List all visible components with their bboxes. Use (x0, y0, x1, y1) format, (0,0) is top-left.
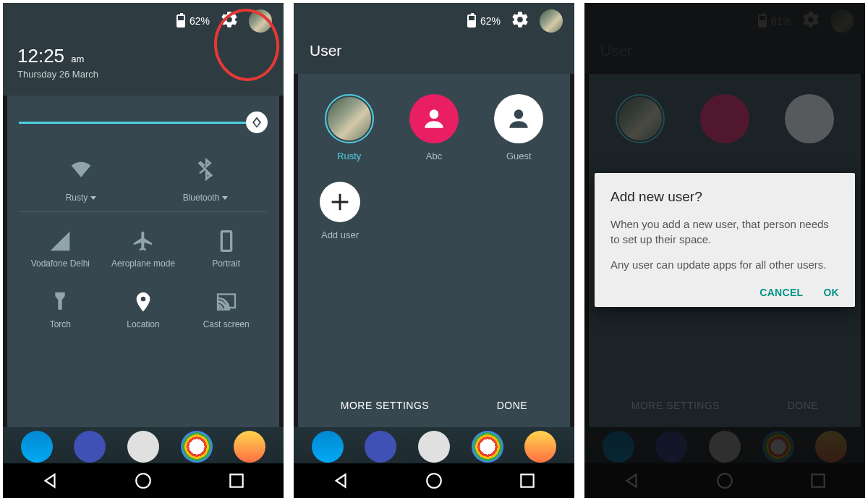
portrait-icon (215, 230, 238, 253)
auto-brightness-icon[interactable] (246, 111, 268, 133)
cast-icon (215, 290, 238, 313)
cancel-button[interactable]: CANCEL (760, 287, 803, 298)
user-photo-avatar (328, 97, 371, 140)
battery-percent: 62% (480, 15, 501, 27)
torch-tile[interactable]: Torch (19, 283, 102, 340)
tile-label: Portrait (212, 258, 240, 269)
user-panel-title: User (294, 39, 574, 74)
brightness-slider[interactable] (19, 111, 268, 133)
cast-tile[interactable]: Cast screen (184, 283, 268, 340)
phone-user-list: 62% User Rusty Abc (294, 3, 574, 498)
battery-icon (176, 14, 185, 28)
quick-settings-card: Rusty Bluetooth Vodafone Delhi Aeroplane… (7, 96, 279, 427)
dialog-body-line: Any user can update apps for all other u… (610, 257, 839, 272)
time-ampm: am (71, 54, 84, 64)
recent-apps-button[interactable] (227, 471, 246, 490)
dock-app-icon[interactable] (418, 431, 450, 463)
settings-gear-icon[interactable] (511, 10, 529, 32)
battery-percent: 62% (190, 15, 210, 27)
tile-label: Cast screen (203, 319, 250, 329)
phone-add-user-dialog: 61% User MORE SETTINGS DONE (584, 3, 865, 498)
user-avatar[interactable] (540, 9, 563, 33)
torch-icon (48, 290, 72, 313)
user-label: Guest (506, 151, 532, 161)
dock-app-icon[interactable] (74, 431, 106, 463)
user-label: Rusty (337, 151, 361, 161)
chevron-down-icon (90, 196, 96, 200)
navigation-bar (3, 463, 284, 498)
chevron-down-icon (222, 196, 228, 200)
dock-app-icon[interactable] (181, 431, 213, 463)
back-button[interactable] (331, 471, 350, 490)
settings-gear-icon[interactable] (220, 10, 239, 32)
dock-app-icon[interactable] (234, 431, 265, 463)
tile-label: Location (127, 319, 159, 329)
home-button[interactable] (134, 471, 153, 490)
tile-label: Aeroplane mode (111, 258, 175, 269)
phone-quick-settings: 62% 12:25 am Thursday 26 March Rust (3, 3, 284, 498)
signal-icon (48, 230, 72, 253)
airplane-icon (132, 230, 155, 253)
svg-rect-6 (522, 474, 534, 487)
svg-rect-0 (221, 232, 231, 251)
user-avatar[interactable] (249, 9, 272, 33)
more-settings-button[interactable]: MORE SETTINGS (341, 400, 429, 411)
airplane-tile[interactable]: Aeroplane mode (102, 222, 185, 279)
svg-point-5 (427, 473, 441, 488)
wifi-icon (69, 158, 93, 181)
dock-app-icon[interactable] (312, 431, 344, 463)
modal-overlay: Add new user? When you add a new user, t… (584, 3, 865, 498)
clock-area: 12:25 am Thursday 26 March (3, 39, 284, 96)
user-label: Abc (426, 151, 442, 161)
back-button[interactable] (41, 471, 59, 490)
tile-label: Vodafone Delhi (31, 258, 90, 269)
bluetooth-label: Bluetooth (183, 193, 220, 203)
home-button[interactable] (425, 471, 443, 490)
status-bar: 62% (3, 3, 284, 39)
rotation-tile[interactable]: Portrait (184, 222, 268, 279)
wifi-label: Rusty (66, 193, 88, 203)
user-card: Rusty Abc Guest Add user (298, 74, 570, 427)
ok-button[interactable]: OK (823, 287, 839, 298)
bluetooth-off-icon (194, 158, 217, 181)
dock-app-icon[interactable] (472, 431, 503, 463)
plus-icon (320, 182, 360, 222)
wifi-tile[interactable]: Rusty (19, 153, 143, 212)
svg-point-3 (430, 109, 439, 119)
user-item-guest[interactable]: Guest (477, 94, 561, 161)
dock-app-icon[interactable] (365, 431, 396, 463)
user-item-rusty[interactable]: Rusty (307, 94, 391, 161)
battery-icon (467, 14, 476, 28)
status-bar: 62% (294, 3, 574, 39)
dialog-title: Add new user? (610, 189, 839, 205)
battery-status: 62% (467, 14, 501, 28)
dialog-body-line: When you add a new user, that person nee… (610, 216, 839, 247)
battery-status: 62% (176, 14, 210, 28)
done-button[interactable]: DONE (497, 400, 527, 411)
user-generic-avatar (409, 94, 459, 143)
dock (3, 427, 284, 463)
svg-rect-2 (231, 474, 243, 487)
dock-app-icon[interactable] (127, 431, 159, 463)
date: Thursday 26 March (17, 69, 269, 80)
dock (294, 427, 574, 463)
add-user-item[interactable]: Add user (307, 182, 360, 240)
location-tile[interactable]: Location (102, 283, 185, 340)
add-user-label: Add user (321, 230, 359, 240)
user-item-abc[interactable]: Abc (391, 94, 476, 161)
add-user-dialog: Add new user? When you add a new user, t… (595, 173, 855, 307)
recent-apps-button[interactable] (518, 471, 537, 490)
svg-point-1 (136, 473, 150, 488)
user-generic-avatar (494, 94, 543, 143)
navigation-bar (294, 463, 574, 498)
dock-app-icon[interactable] (21, 431, 53, 463)
tile-label: Torch (50, 319, 71, 329)
signal-tile[interactable]: Vodafone Delhi (19, 222, 102, 279)
time: 12:25 (17, 45, 64, 67)
bluetooth-tile[interactable]: Bluetooth (143, 153, 268, 212)
location-icon (132, 290, 155, 313)
svg-point-4 (514, 109, 524, 119)
dock-app-icon[interactable] (524, 431, 556, 463)
